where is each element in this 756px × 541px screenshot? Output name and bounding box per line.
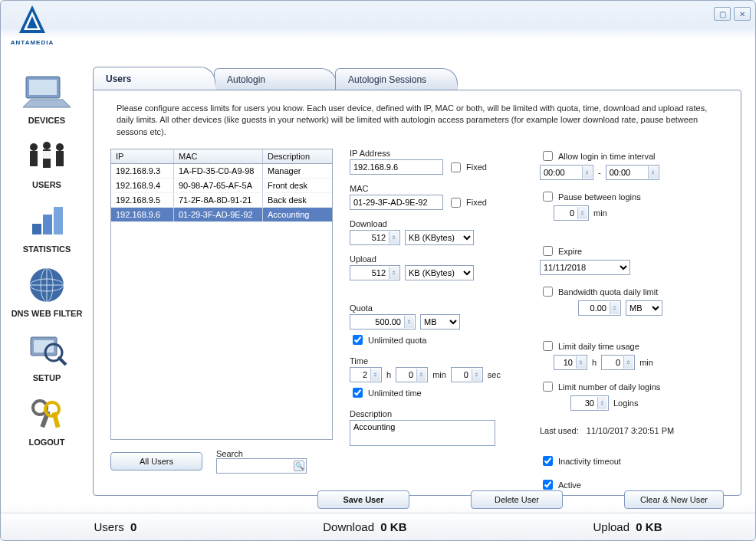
- sidebar-item-statistics[interactable]: STATISTICS: [1, 195, 93, 260]
- inactivity-checkbox[interactable]: [543, 456, 553, 466]
- close-button[interactable]: ✕: [734, 7, 751, 21]
- quota-input[interactable]: [350, 314, 416, 330]
- minimize-button[interactable]: ▢: [714, 7, 731, 21]
- col-header-mac[interactable]: MAC: [174, 149, 263, 163]
- main-area: Users Autologin Autologin Sessions Pleas…: [93, 50, 755, 511]
- svg-point-10: [56, 143, 64, 151]
- allow-interval-label: Allow login in time interval: [558, 152, 656, 161]
- upload-unit-select[interactable]: KB (KBytes): [405, 265, 474, 280]
- tab-autologin[interactable]: Autologin: [214, 68, 337, 90]
- clear-new-user-label: Clear & New User: [640, 495, 708, 504]
- sidebar-item-logout[interactable]: LOGOUT: [1, 389, 93, 453]
- quota-unit-select[interactable]: MB: [420, 314, 460, 330]
- svg-marker-5: [23, 100, 71, 107]
- titlebar: ANTAMEDIA ▢ ✕: [1, 1, 755, 50]
- upload-input[interactable]: [350, 265, 400, 280]
- all-users-button[interactable]: All Users: [110, 452, 202, 471]
- save-user-label: Save User: [343, 495, 383, 504]
- bw-daily-checkbox[interactable]: [543, 287, 553, 297]
- expire-date-select[interactable]: 11/11/2018: [540, 260, 630, 275]
- bw-daily-label: Bandwidth quota daily limit: [558, 287, 658, 297]
- time-m-label: min: [432, 370, 446, 379]
- mac-fixed-checkbox[interactable]: [451, 198, 461, 208]
- daily-time-m-input[interactable]: [601, 355, 635, 370]
- sidebar-item-users[interactable]: USERS: [1, 131, 93, 195]
- help-text: Please configure access limits for users…: [110, 103, 724, 138]
- minimize-icon: ▢: [719, 10, 726, 18]
- status-upload: Upload 0 KB: [593, 520, 662, 533]
- tab-autologin-sessions[interactable]: Autologin Sessions: [335, 68, 458, 90]
- pause-unit: min: [593, 208, 607, 218]
- col-header-desc[interactable]: Description: [263, 149, 332, 163]
- cell-desc: Front desk: [263, 179, 332, 192]
- quota-label: Quota: [350, 303, 518, 313]
- time-m-input[interactable]: [396, 367, 428, 382]
- status-users: Users 0: [94, 520, 136, 533]
- users-icon: [17, 134, 77, 179]
- svg-rect-22: [34, 340, 54, 352]
- pause-checkbox[interactable]: [543, 192, 553, 202]
- col-header-ip[interactable]: IP: [111, 149, 174, 163]
- daily-logins-checkbox[interactable]: [543, 382, 553, 392]
- save-user-button[interactable]: Save User: [317, 490, 409, 509]
- ip-input[interactable]: [350, 159, 443, 175]
- table-row[interactable]: 192.168.9.571-2F-8A-8D-91-21Back desk: [111, 193, 332, 208]
- delete-user-button[interactable]: Delete User: [471, 490, 563, 509]
- clear-new-user-button[interactable]: Clear & New User: [624, 490, 724, 509]
- time-h-input[interactable]: [350, 367, 382, 382]
- table-row[interactable]: 192.168.9.31A-FD-35-C0-A9-98Manager: [111, 164, 332, 179]
- time-s-label: sec: [488, 370, 501, 379]
- unlimited-time-checkbox[interactable]: [353, 388, 363, 398]
- cell-ip: 192.168.9.4: [111, 179, 174, 192]
- svg-rect-28: [52, 412, 61, 428]
- expire-checkbox[interactable]: [543, 246, 553, 256]
- cell-ip: 192.168.9.3: [111, 164, 174, 178]
- interval-from-input[interactable]: [540, 165, 593, 180]
- pause-label: Pause between logins: [558, 192, 641, 202]
- ip-fixed-checkbox[interactable]: [451, 162, 461, 172]
- interval-to-input[interactable]: [606, 165, 659, 180]
- bw-daily-unit-select[interactable]: MB: [626, 300, 662, 316]
- sidebar-item-devices[interactable]: DEVICES: [1, 67, 93, 131]
- description-label: Description: [350, 409, 518, 418]
- app-window: ANTAMEDIA ▢ ✕ DEVICES: [0, 0, 756, 541]
- brand-name: ANTAMEDIA: [11, 39, 54, 46]
- table-row[interactable]: 192.168.9.601-29-3F-AD-9E-92Accounting: [111, 208, 332, 222]
- daily-time-m-label: min: [639, 358, 653, 367]
- status-download: Download 0 KB: [323, 520, 406, 533]
- download-input[interactable]: [350, 230, 400, 245]
- svg-rect-7: [30, 151, 38, 166]
- panel-users: Please configure access limits for users…: [93, 90, 741, 496]
- sidebar-item-setup[interactable]: SETUP: [1, 324, 93, 389]
- download-label: Download: [350, 219, 518, 228]
- daily-logins-input[interactable]: [570, 395, 609, 411]
- time-h-label: h: [386, 370, 391, 379]
- svg-rect-4: [29, 80, 57, 95]
- bw-daily-input[interactable]: [578, 300, 621, 316]
- unlimited-quota-checkbox[interactable]: [353, 335, 363, 345]
- daily-time-checkbox[interactable]: [543, 341, 553, 351]
- tab-sessions-label: Autologin Sessions: [348, 74, 426, 85]
- svg-rect-13: [32, 224, 41, 234]
- time-label: Time: [350, 356, 518, 366]
- active-checkbox[interactable]: [543, 480, 553, 490]
- table-body: 192.168.9.31A-FD-35-C0-A9-98Manager192.1…: [111, 164, 332, 222]
- mac-input[interactable]: [350, 195, 443, 210]
- search-label: Search: [216, 449, 307, 458]
- tab-users[interactable]: Users: [93, 67, 215, 90]
- time-s-input[interactable]: [451, 367, 483, 382]
- table-row[interactable]: 192.168.9.490-98-A7-65-AF-5AFront desk: [111, 179, 332, 193]
- pause-input[interactable]: [554, 205, 589, 221]
- sidebar-label-logout: LOGOUT: [28, 438, 64, 447]
- status-bar: Users 0 Download 0 KB Upload 0 KB: [1, 513, 755, 540]
- sidebar-item-dns-web-filter[interactable]: DNS WEB FILTER: [1, 260, 93, 324]
- daily-time-h-input[interactable]: [554, 355, 587, 370]
- sidebar-label-statistics: STATISTICS: [23, 244, 71, 254]
- download-unit-select[interactable]: KB (KBytes): [405, 230, 474, 245]
- allow-interval-checkbox[interactable]: [543, 151, 553, 161]
- tabstrip: Users Autologin Autologin Sessions: [93, 67, 741, 90]
- sidebar-label-dnswebfilter: DNS WEB FILTER: [12, 309, 83, 318]
- search-icon[interactable]: 🔍: [294, 461, 304, 471]
- sidebar-label-setup: SETUP: [33, 373, 61, 382]
- description-input[interactable]: Accounting: [350, 420, 495, 446]
